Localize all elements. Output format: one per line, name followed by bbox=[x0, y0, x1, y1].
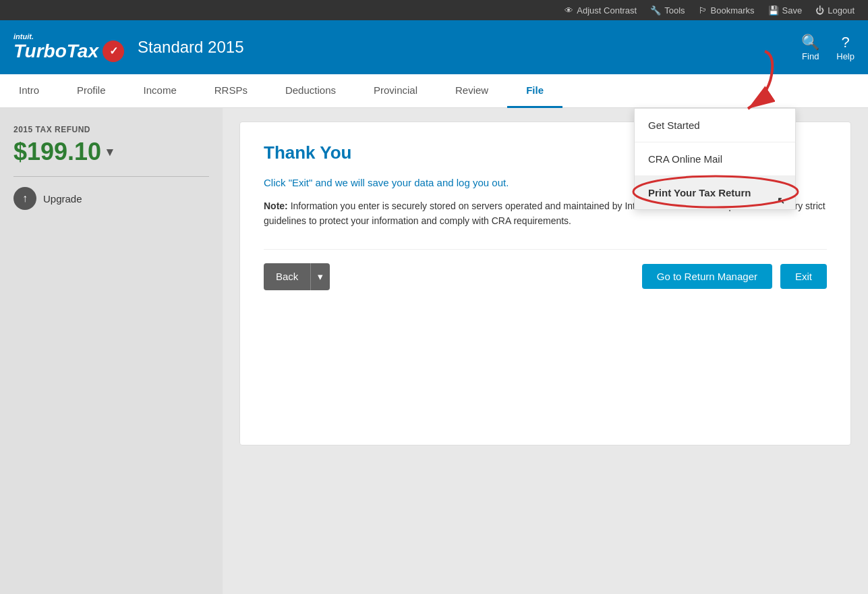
nav-rrsps[interactable]: RRSPs bbox=[196, 74, 266, 108]
logo-area: intuit. TurboTax ✓ Standard 2015 bbox=[13, 33, 243, 62]
nav-bar: Intro Profile Income RRSPs Deductions Pr… bbox=[0, 74, 868, 108]
help-icon: ? bbox=[836, 34, 855, 51]
app-title: Standard 2015 bbox=[138, 38, 243, 57]
chevron-down-icon: ▾ bbox=[107, 144, 113, 159]
nav-income[interactable]: Income bbox=[125, 74, 196, 108]
power-icon: ⏻ bbox=[815, 5, 824, 16]
save-icon: 💾 bbox=[768, 5, 779, 16]
refund-amount: $199.10 ▾ bbox=[13, 138, 209, 166]
search-icon: 🔍 bbox=[801, 34, 819, 51]
help-button[interactable]: ? Help bbox=[836, 34, 855, 61]
nav-profile[interactable]: Profile bbox=[58, 74, 125, 108]
dropdown-get-started[interactable]: Get Started bbox=[635, 109, 795, 142]
nav-intro[interactable]: Intro bbox=[0, 74, 58, 108]
turbotax-name: TurboTax bbox=[13, 42, 98, 61]
utility-bar: 👁 Adjust Contrast 🔧 Tools 🏳 Bookmarks 💾 … bbox=[0, 0, 868, 20]
tools-link[interactable]: 🔧 Tools bbox=[650, 5, 685, 16]
dropdown-print-tax-return[interactable]: Print Your Tax Return ↖ bbox=[635, 176, 795, 209]
intuit-label: intuit. bbox=[13, 33, 124, 40]
chevron-down-icon: ▾ bbox=[318, 271, 323, 283]
refund-label: 2015 TAX REFUND bbox=[13, 125, 209, 134]
header: intuit. TurboTax ✓ Standard 2015 🔍 Find … bbox=[0, 20, 868, 74]
sidebar: 2015 TAX REFUND $199.10 ▾ ↑ Upgrade bbox=[0, 108, 223, 594]
back-button-dropdown[interactable]: ▾ bbox=[311, 263, 330, 290]
header-right: 🔍 Find ? Help bbox=[801, 34, 855, 61]
note-label: Note: bbox=[264, 200, 288, 211]
exit-button[interactable]: Exit bbox=[780, 264, 827, 289]
upgrade-button[interactable]: ↑ Upgrade bbox=[13, 187, 209, 210]
back-button[interactable]: Back ▾ bbox=[264, 263, 330, 290]
logo-text: intuit. TurboTax ✓ bbox=[13, 33, 124, 62]
wrench-icon: 🔧 bbox=[650, 5, 661, 16]
adjust-contrast-link[interactable]: 👁 Adjust Contrast bbox=[565, 5, 637, 16]
nav-deductions[interactable]: Deductions bbox=[266, 74, 355, 108]
dropdown-cra-online-mail[interactable]: CRA Online Mail bbox=[635, 142, 795, 176]
nav-provincial[interactable]: Provincial bbox=[355, 74, 436, 108]
nav-file[interactable]: File bbox=[507, 74, 562, 108]
right-buttons: Go to Return Manager Exit bbox=[642, 264, 827, 289]
bookmarks-link[interactable]: 🏳 Bookmarks bbox=[699, 5, 755, 16]
flag-icon: 🏳 bbox=[699, 5, 707, 16]
go-to-return-manager-button[interactable]: Go to Return Manager bbox=[642, 264, 772, 289]
eye-icon: 👁 bbox=[565, 5, 573, 16]
cursor-indicator: ↖ bbox=[777, 195, 785, 206]
back-button-label[interactable]: Back bbox=[264, 263, 311, 290]
turbotax-logo: TurboTax ✓ bbox=[13, 40, 124, 62]
checkmark-badge: ✓ bbox=[103, 40, 124, 62]
card-footer: Back ▾ Go to Return Manager Exit bbox=[264, 249, 827, 290]
file-dropdown-menu: Get Started CRA Online Mail Print Your T… bbox=[634, 108, 796, 210]
sidebar-divider bbox=[13, 176, 209, 177]
logout-link[interactable]: ⏻ Logout bbox=[815, 5, 855, 16]
save-link[interactable]: 💾 Save bbox=[768, 5, 803, 16]
upgrade-icon: ↑ bbox=[13, 187, 36, 210]
find-button[interactable]: 🔍 Find bbox=[801, 34, 819, 61]
nav-review[interactable]: Review bbox=[436, 74, 507, 108]
